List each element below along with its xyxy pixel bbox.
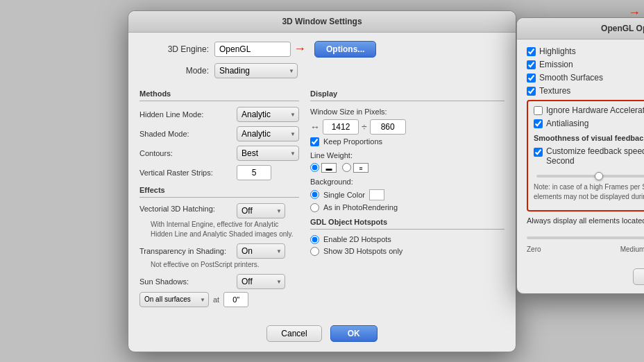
highlights-label: Highlights — [539, 46, 576, 56]
background-label: Background: — [310, 178, 353, 186]
photo-rendering-label: As in PhotoRendering — [323, 203, 398, 212]
vertical-raster-label: Vertical Raster Strips: — [139, 169, 237, 177]
surfaces-select-wrapper: On all surfaces — [139, 292, 209, 307]
mode-select[interactable]: Shading — [214, 63, 298, 78]
mode-label: Mode: — [139, 66, 209, 76]
single-color-label: Single Color — [323, 191, 365, 199]
sun-shadows-select[interactable]: Off — [237, 274, 285, 289]
options-button[interactable]: Options... — [314, 41, 376, 58]
single-color-radio[interactable] — [310, 190, 319, 199]
main-cancel-button[interactable]: Cancel — [266, 325, 321, 342]
smooth-surfaces-label: Smooth Surfaces — [539, 73, 603, 83]
transparency-note: Not effective on PostScript printers. — [151, 260, 299, 270]
main-dialog-title: 3D Window Settings — [128, 11, 516, 33]
transparency-select-wrapper: On — [237, 243, 285, 259]
effects-section: Effects — [139, 186, 299, 194]
vectorial-select-wrapper: Off — [237, 203, 285, 218]
radius-slider[interactable] — [527, 236, 644, 239]
radius-labels: Zero Medium Large — [527, 245, 644, 253]
photo-rendering-radio[interactable] — [310, 203, 319, 212]
engine-input[interactable] — [214, 42, 291, 57]
emission-check[interactable] — [527, 60, 536, 69]
mode-select-wrapper: Shading — [214, 63, 298, 78]
fps-note: Note: in case of a high Frames per Secon… — [534, 182, 644, 202]
height-icon: ÷ — [362, 121, 367, 132]
width-input[interactable] — [323, 119, 359, 135]
sun-shadows-select-wrapper: Off — [237, 274, 285, 289]
hidden-line-select[interactable]: Analytic — [237, 107, 299, 122]
shaded-mode-select-wrapper: Analytic — [237, 126, 299, 141]
display-section: Display — [310, 89, 505, 98]
angle-input[interactable] — [223, 292, 248, 307]
vectorial-note: With Internal Engine, effective for Anal… — [151, 220, 299, 239]
emission-label: Emission — [539, 60, 573, 69]
vectorial-select[interactable]: Off — [237, 203, 285, 218]
customize-feedback-check[interactable] — [534, 148, 543, 157]
highlight-box: Ignore Hardware Acceleration in 3D Antia… — [527, 100, 644, 212]
show-3d-label: Show 3D Hotspots only — [323, 247, 402, 255]
vertical-raster-input[interactable] — [237, 165, 271, 180]
at-label: at — [213, 295, 219, 304]
highlights-check[interactable] — [527, 47, 536, 56]
contours-label: Contours: — [139, 149, 237, 157]
shaded-mode-label: Shaded Mode: — [139, 130, 237, 138]
line-weight-label: Line Weight: — [310, 151, 353, 160]
enable-2d-radio[interactable] — [310, 235, 319, 244]
contours-select[interactable]: Best — [237, 146, 299, 161]
engine-label: 3D Engine: — [139, 44, 209, 54]
contours-select-wrapper: Best — [237, 146, 299, 161]
customize-feedback-label: Customize feedback speed in Frames per S… — [546, 146, 644, 166]
transparency-label: Transparency in Shading: — [139, 247, 237, 255]
top-arrow: → — [628, 6, 641, 20]
methods-section: Methods — [139, 89, 299, 98]
enable-2d-label: Enable 2D Hotspots — [323, 235, 391, 243]
ignore-hw-check[interactable] — [534, 106, 543, 115]
line-weight-icon-1: ▬ — [321, 163, 337, 173]
height-input[interactable] — [370, 119, 406, 135]
main-dialog: 3D Window Settings 3D Engine: → Options.… — [128, 10, 516, 352]
opengl-cancel-button[interactable]: Cancel — [633, 268, 644, 285]
antialiasing-label: Antialiasing — [546, 119, 588, 128]
vectorial-label: Vectorial 3D Hatching: — [139, 203, 237, 213]
line-weight-radio-2[interactable] — [342, 163, 351, 172]
sun-shadows-label: Sun Shadows: — [139, 277, 237, 286]
keep-proportions-check[interactable] — [310, 137, 319, 146]
opengl-title: OpenGL Options — [517, 18, 644, 40]
hidden-line-select-wrapper: Analytic — [237, 107, 299, 122]
textures-label: Textures — [539, 86, 570, 96]
main-ok-button[interactable]: OK — [330, 325, 378, 342]
opengl-dialog: → OpenGL Options Highlights Emission Smo… — [516, 17, 644, 294]
smooth-surfaces-check[interactable] — [527, 74, 536, 83]
keep-proportions-label: Keep Proportions — [323, 137, 382, 146]
textures-check[interactable] — [527, 87, 536, 96]
color-swatch[interactable] — [369, 189, 384, 200]
ignore-hw-label: Ignore Hardware Acceleration in 3D — [546, 105, 644, 115]
line-weight-icon-2: ≡ — [353, 163, 368, 173]
window-size-label: Window Size in Pixels: — [310, 107, 387, 116]
resize-icon: ↔ — [310, 121, 320, 132]
hidden-line-label: Hidden Line Mode: — [139, 110, 237, 119]
transparency-select[interactable]: On — [237, 243, 285, 259]
gdl-section: GDL Object Hotspots — [310, 218, 505, 226]
line-weight-radio-1[interactable] — [310, 163, 319, 172]
show-3d-radio[interactable] — [310, 247, 319, 256]
shaded-mode-select[interactable]: Analytic — [237, 126, 299, 141]
fps-slider[interactable] — [536, 175, 644, 178]
smoothness-label: Smoothness of visual feedback during nav… — [534, 134, 644, 142]
antialiasing-check[interactable] — [534, 119, 543, 128]
surfaces-select[interactable]: On all surfaces — [139, 292, 209, 307]
always-display-label: Always display all elements located with… — [527, 216, 644, 226]
arrow-icon: → — [294, 42, 306, 56]
